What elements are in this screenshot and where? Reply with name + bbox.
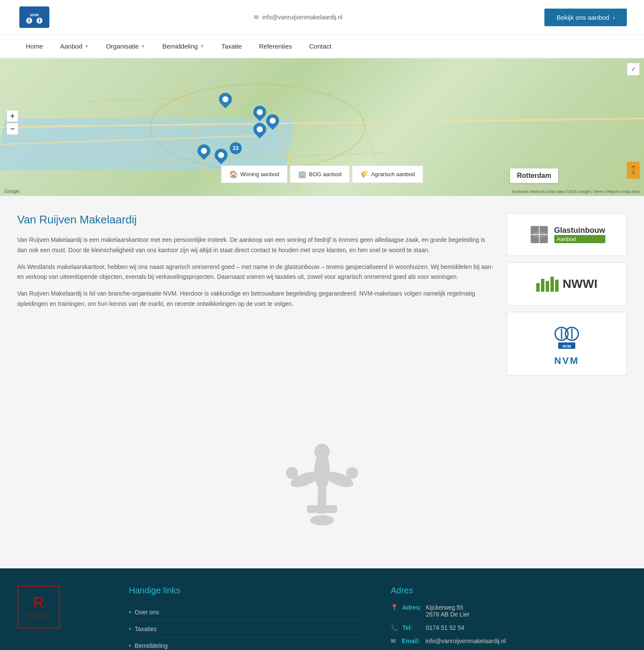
nav-label-organisatie: Organisatie xyxy=(106,43,139,50)
paragraph-2: Als Westlands makelaarskantoor, hebben w… xyxy=(17,262,494,283)
email-area: ✉ info@vanruijvenmakelaardij.nl xyxy=(254,14,343,21)
glastuinbouw-title: Glastuinbouw xyxy=(554,226,605,235)
google-logo: Google xyxy=(4,189,19,194)
paragraph-3: Van Ruijven Makelaardij is lid van branc… xyxy=(17,289,494,309)
street-view-button[interactable]: 🧍 xyxy=(627,162,640,179)
nav-item-taxatie[interactable]: Taxatie xyxy=(213,35,251,58)
nvm-logo-box: NVM NVM xyxy=(550,321,584,366)
fullscreen-icon: ⤢ xyxy=(631,66,635,72)
svg-line-9 xyxy=(86,93,343,101)
filter-bog[interactable]: 🏢 BOG aanbod xyxy=(290,165,350,183)
glastuinbouw-icon xyxy=(529,224,550,245)
svg-text:NVM: NVM xyxy=(30,13,39,17)
nav-item-aanbod[interactable]: Aanbod ▼ xyxy=(52,35,97,58)
phone-icon: 📞 xyxy=(391,624,398,631)
nav-label-referenties: Referenties xyxy=(259,43,292,50)
person-icon: 🧍 xyxy=(629,165,638,175)
map-container[interactable]: 23 + − ⤢ 🧍 🏠 Woning aanbod 🏢 BOG aanbod xyxy=(0,58,644,196)
nav-item-organisatie[interactable]: Organisatie ▼ xyxy=(97,35,154,58)
address-value: Kijckerweg 55 2678 AB De Lier xyxy=(426,604,470,618)
header-email: info@vanruijvenmakelaardij.nl xyxy=(262,14,343,21)
glastuinbouw-subtitle: Aanbod xyxy=(554,235,605,243)
footer-logo-area: R REGISTER TAXATEUR xyxy=(17,586,103,650)
nwwi-logo: NWWI xyxy=(536,277,598,292)
map-location-badge: Rotterdam xyxy=(510,168,558,183)
chevron-down-icon: ▼ xyxy=(141,44,145,49)
svg-line-6 xyxy=(172,58,215,196)
email-footer-icon: ✉ xyxy=(391,638,398,644)
email-label: Email: xyxy=(402,638,421,644)
filter-woning-label: Woning aanbod xyxy=(240,171,279,177)
footer-link-bemiddeling[interactable]: Bemiddeling xyxy=(129,638,365,650)
nwwi-bar-2 xyxy=(541,279,544,292)
nav-label-home: Home xyxy=(26,43,43,50)
glastuinbouw-text-area: Glastuinbouw Aanbod xyxy=(554,226,605,243)
register-r: R xyxy=(33,594,44,612)
nav-item-bemiddeling[interactable]: Bemiddeling ▼ xyxy=(154,35,213,58)
map-background: 23 + − ⤢ 🧍 🏠 Woning aanbod 🏢 BOG aanbod xyxy=(0,58,644,196)
svg-point-29 xyxy=(310,515,334,525)
address-row-email: ✉ Email: info@vanruijvenmakelaardij.nl xyxy=(391,638,627,644)
location-icon: 📍 xyxy=(391,604,398,611)
glastuinbouw-logo-card: Glastuinbouw Aanbod xyxy=(507,213,627,256)
fullscreen-button[interactable]: ⤢ xyxy=(627,63,640,76)
address-line2: 2678 AB De Lier xyxy=(426,611,470,618)
nvm-logo-card: NVM NVM xyxy=(507,312,627,375)
footer-link-taxaties-anchor[interactable]: Taxaties xyxy=(135,626,157,632)
nav-label-contact: Contact xyxy=(309,43,331,50)
main-content: Van Ruijven Makelaardij Van Ruijven Make… xyxy=(0,196,644,411)
footer-links-title: Handige links xyxy=(129,586,365,595)
map-controls: + − xyxy=(6,110,18,135)
footer: R REGISTER TAXATEUR Handige links Over o… xyxy=(0,568,644,650)
address-row-street: 📍 Adres: Kijckerweg 55 2678 AB De Lier xyxy=(391,604,627,618)
cta-button[interactable]: Bekijk ons aanbod › xyxy=(544,9,627,26)
fleur-de-lis-icon xyxy=(279,436,365,543)
register-taxateur-logo: R REGISTER TAXATEUR xyxy=(17,586,60,629)
tel-label: Tel: xyxy=(402,624,422,631)
email-icon: ✉ xyxy=(254,14,259,21)
nvm-text: NVM xyxy=(554,355,579,366)
deco-section xyxy=(0,411,644,568)
svg-line-10 xyxy=(129,153,386,162)
nwwi-bar-4 xyxy=(550,277,554,292)
footer-link-over-ons[interactable]: Over ons xyxy=(129,604,365,621)
map-cluster-pin[interactable]: 23 xyxy=(230,142,242,154)
nav-item-referenties[interactable]: Referenties xyxy=(250,35,301,58)
filter-agrarisch-label: Agrarisch aanbod xyxy=(371,171,415,177)
logo-area: NVM xyxy=(17,4,52,30)
footer-address-title: Adres xyxy=(391,586,627,595)
svg-rect-30 xyxy=(316,449,328,453)
nwwi-bar-5 xyxy=(555,280,559,292)
footer-link-over-ons-anchor[interactable]: Over ons xyxy=(135,609,159,616)
footer-link-list: Over ons Taxaties Bemiddeling Contact xyxy=(129,604,365,650)
footer-link-bemiddeling-anchor[interactable]: Bemiddeling xyxy=(135,642,168,649)
register-text-2: TAXATEUR xyxy=(27,616,51,620)
filter-agrarisch[interactable]: 🌾 Agrarisch aanbod xyxy=(352,165,423,183)
main-nav: Home Aanbod ▼ Organisatie ▼ Bemiddeling … xyxy=(0,35,644,58)
nav-item-contact[interactable]: Contact xyxy=(301,35,340,58)
register-text-1: REGISTER xyxy=(27,612,50,616)
nav-item-home[interactable]: Home xyxy=(17,35,52,58)
cta-label: Bekijk ons aanbod xyxy=(556,14,609,21)
glastuinbouw-logo: Glastuinbouw Aanbod xyxy=(529,224,605,245)
home-icon: 🏠 xyxy=(229,170,238,178)
zoom-in-button[interactable]: + xyxy=(6,110,18,122)
svg-text:NVM: NVM xyxy=(562,344,571,348)
svg-line-5 xyxy=(0,136,258,144)
footer-link-taxaties[interactable]: Taxaties xyxy=(129,621,365,638)
content-left: Van Ruijven Makelaardij Van Ruijven Make… xyxy=(17,213,494,394)
filter-bog-label: BOG aanbod xyxy=(309,171,342,177)
farm-icon: 🌾 xyxy=(360,170,368,178)
filter-woning[interactable]: 🏠 Woning aanbod xyxy=(221,165,288,183)
svg-line-4 xyxy=(0,119,644,127)
map-filters: 🏠 Woning aanbod 🏢 BOG aanbod 🌾 Agrarisch… xyxy=(221,165,423,183)
nvm-header-logo: NVM xyxy=(17,4,52,30)
svg-point-26 xyxy=(346,467,358,479)
zoom-out-button[interactable]: − xyxy=(6,123,18,135)
footer-links: Handige links Over ons Taxaties Bemiddel… xyxy=(129,586,365,650)
chevron-down-icon: ▼ xyxy=(200,44,204,49)
svg-point-24 xyxy=(286,467,298,479)
footer-top: R REGISTER TAXATEUR Handige links Over o… xyxy=(17,586,627,650)
address-label: Adres: xyxy=(402,604,422,611)
cta-arrow: › xyxy=(613,14,615,21)
